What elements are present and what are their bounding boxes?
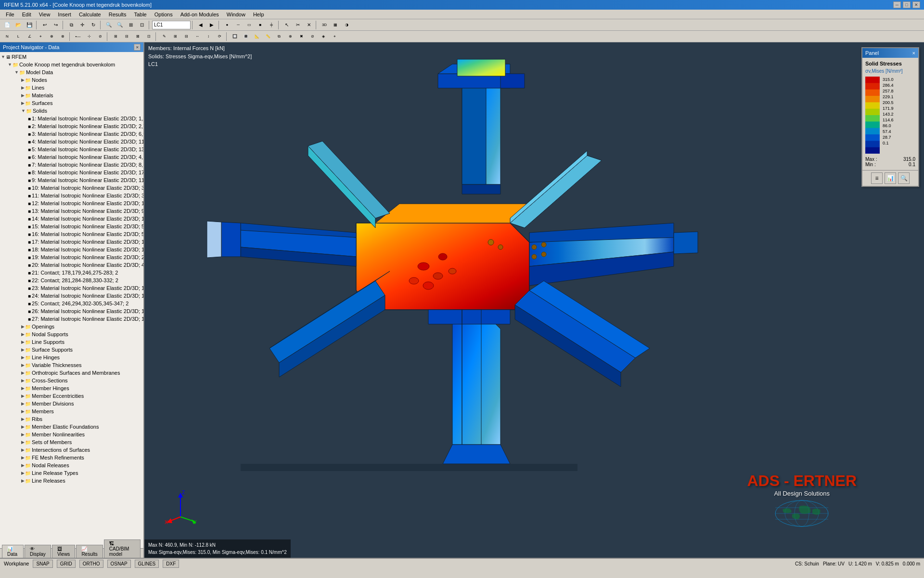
panel-icon-chart[interactable]: 📊 <box>885 172 896 184</box>
move-btn[interactable]: ✛ <box>77 20 88 30</box>
tb2-misc9[interactable]: ◈ <box>318 32 329 41</box>
tb2-misc2[interactable]: 🔳 <box>241 32 251 41</box>
solid-item-3[interactable]: ■ 3: Material Isotropic Nonlinear Elasti… <box>0 130 143 138</box>
tb2-misc4[interactable]: 📏 <box>263 32 273 41</box>
solid-item-4[interactable]: ■ 4: Material Isotropic Nonlinear Elasti… <box>0 138 143 145</box>
solid-item-21[interactable]: ■ 21: Contact; 178,179,246,275-283; 2 <box>0 269 143 276</box>
color-panel-close-btn[interactable]: × <box>912 50 915 56</box>
tree-member-divisions[interactable]: ▶ 📁 Member Divisions <box>0 400 143 407</box>
menu-addon[interactable]: Add-on Modules <box>177 11 223 18</box>
menu-options[interactable]: Options <box>151 11 177 18</box>
glines-button[interactable]: GLINES <box>135 560 159 568</box>
maximize-button[interactable]: □ <box>903 1 911 8</box>
rotate-btn[interactable]: ↻ <box>88 20 99 30</box>
3dview-btn[interactable]: 3D <box>319 20 330 30</box>
zoom-in-btn[interactable]: 🔍 <box>103 20 114 30</box>
tree-member-eccentricities[interactable]: ▶ 📁 Member Eccentricities <box>0 392 143 400</box>
menu-edit[interactable]: Edit <box>18 11 35 18</box>
tb2-snap2[interactable]: ⊹ <box>84 32 94 41</box>
render-btn[interactable]: ▦ <box>330 20 341 30</box>
surface-btn[interactable]: ▭ <box>244 20 255 30</box>
tb2-btn4[interactable]: ⌖ <box>35 32 46 41</box>
tb2-edit2[interactable]: ⊞ <box>170 32 180 41</box>
tab-cadbim[interactable]: 🏗 CAD/BIM model <box>104 539 141 558</box>
panel-close-btn[interactable]: ✕ <box>134 44 141 51</box>
minimize-button[interactable]: ─ <box>893 1 901 8</box>
tb2-misc3[interactable]: 📐 <box>252 32 262 41</box>
ortho-button[interactable]: ORTHO <box>79 560 103 568</box>
line-btn[interactable]: ─ <box>233 20 244 30</box>
tree-surface-supports[interactable]: ▶ 📁 Surface Supports <box>0 346 143 354</box>
tree-model-data[interactable]: ▼ 📁 Model Data <box>0 68 143 76</box>
tb2-snap1[interactable]: •— <box>73 32 83 41</box>
tree-nodal-supports[interactable]: ▶ 📁 Nodal Supports <box>0 330 143 338</box>
tree-solids[interactable]: ▼ 📁 Solids <box>0 107 143 115</box>
tb2-btn2[interactable]: L <box>13 32 24 41</box>
solid-item-7[interactable]: ■ 7: Material Isotropic Nonlinear Elasti… <box>0 161 143 169</box>
tb2-misc1[interactable]: 🔲 <box>230 32 240 41</box>
tb2-btn3[interactable]: ∠ <box>24 32 35 41</box>
tb2-edit1[interactable]: ✎ <box>159 32 169 41</box>
tree-line-supports[interactable]: ▶ 📁 Line Supports <box>0 338 143 346</box>
tb2-edit6[interactable]: ⟳ <box>214 32 225 41</box>
solid-item-19[interactable]: ■ 19: Material Isotropic Nonlinear Elast… <box>0 253 143 261</box>
menu-file[interactable]: File <box>2 11 18 18</box>
tb2-view2[interactable]: ⊟ <box>121 32 132 41</box>
tab-views[interactable]: 🖼 Views <box>52 545 76 558</box>
solid-item-12[interactable]: ■ 12: Material Isotropic Nonlinear Elast… <box>0 199 143 207</box>
tab-data[interactable]: 📊 Data <box>2 545 24 558</box>
solid-item-6[interactable]: ■ 6: Material Isotropic Nonlinear Elasti… <box>0 153 143 161</box>
solid-item-25[interactable]: ■ 25: Contact; 246,294,302-305,345-347; … <box>0 300 143 307</box>
solid-item-9[interactable]: ■ 9: Material Isotropic Nonlinear Elasti… <box>0 176 143 184</box>
solid-item-23[interactable]: ■ 23: Material Isotropic Nonlinear Elast… <box>0 284 143 292</box>
delete-btn[interactable]: ✕ <box>304 20 314 30</box>
menu-results[interactable]: Results <box>105 11 130 18</box>
tb2-btn6[interactable]: ⊗ <box>57 32 68 41</box>
solid-item-18[interactable]: ■ 18: Material Isotropic Nonlinear Elast… <box>0 246 143 253</box>
tree-lines[interactable]: ▶ 📁 Lines <box>0 84 143 92</box>
solid-item-1[interactable]: ■ 1: Material Isotropic Nonlinear Elasti… <box>0 115 143 122</box>
solid-item-27[interactable]: ■ 27: Material Isotropic Nonlinear Elast… <box>0 315 143 323</box>
play-btn[interactable]: ◀ <box>195 20 206 30</box>
save-btn[interactable]: 💾 <box>24 20 35 30</box>
tree-project[interactable]: ▼ 📁 Coole Knoop met tegendruk bovenkolom <box>0 61 143 68</box>
panel-header-controls[interactable]: ✕ <box>134 44 141 51</box>
tree-orthotropic[interactable]: ▶ 📁 Orthotropic Surfaces and Membranes <box>0 369 143 377</box>
tree-fe-mesh[interactable]: ▶ 📁 FE Mesh Refinements <box>0 454 143 461</box>
tree-line-release-types[interactable]: ▶ 📁 Line Release Types <box>0 469 143 477</box>
tb2-misc10[interactable]: ⌖ <box>329 32 340 41</box>
osnap-button[interactable]: OSNAP <box>107 560 131 568</box>
tree-surfaces[interactable]: ▶ 📁 Surfaces <box>0 99 143 107</box>
menu-help[interactable]: Help <box>249 11 268 18</box>
snap-button[interactable]: SNAP <box>33 560 52 568</box>
viewport[interactable]: Members: Internal Forces N [kN] Solids: … <box>144 42 924 558</box>
zoom-all-btn[interactable]: ⊞ <box>126 20 136 30</box>
tb2-btn1[interactable]: N <box>2 32 13 41</box>
tree-openings[interactable]: ▶ 📁 Openings <box>0 323 143 330</box>
tree-member-nonlin[interactable]: ▶ 📁 Member Nonlinearities <box>0 431 143 438</box>
dxf-button[interactable]: DXF <box>163 560 179 568</box>
solid-item-14[interactable]: ■ 14: Material Isotropic Nonlinear Elast… <box>0 215 143 223</box>
tab-display[interactable]: 👁 Display <box>25 545 51 558</box>
tb2-view1[interactable]: ⊞ <box>110 32 121 41</box>
tree-members[interactable]: ▶ 📁 Members <box>0 407 143 415</box>
solid-btn[interactable]: ■ <box>255 20 266 30</box>
tb2-edit5[interactable]: ↕ <box>203 32 214 41</box>
tree-root[interactable]: ▼ 🖥 RFEM <box>0 53 143 61</box>
new-btn[interactable]: 📄 <box>2 20 13 30</box>
zoom-sel-btn[interactable]: ⊡ <box>137 20 147 30</box>
shade-btn[interactable]: ◑ <box>341 20 352 30</box>
tb2-edit4[interactable]: ↔ <box>192 32 203 41</box>
tb2-view4[interactable]: ⊡ <box>143 32 154 41</box>
zoom-out-btn[interactable]: 🔍 <box>115 20 125 30</box>
tb2-misc7[interactable]: ✖ <box>296 32 307 41</box>
menu-calculate[interactable]: Calculate <box>75 11 105 18</box>
redo-btn[interactable]: ↪ <box>51 20 61 30</box>
solid-item-11[interactable]: ■ 11: Material Isotropic Nonlinear Elast… <box>0 192 143 199</box>
tree-nodes[interactable]: ▶ 📁 Nodes <box>0 76 143 84</box>
tb2-snap3[interactable]: ⊘ <box>95 32 105 41</box>
grid-button[interactable]: GRID <box>57 560 76 568</box>
solid-item-24[interactable]: ■ 24: Material Isotropic Nonlinear Elast… <box>0 292 143 300</box>
tree-member-hinges[interactable]: ▶ 📁 Member Hinges <box>0 384 143 392</box>
tb2-misc8[interactable]: ⊘ <box>307 32 318 41</box>
